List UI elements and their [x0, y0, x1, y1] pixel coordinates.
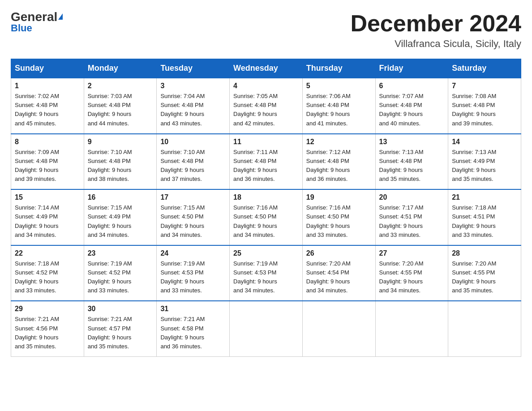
daylight-label: Daylight: 9 hours [452, 278, 496, 285]
day-info: Sunrise: 7:07 AM Sunset: 4:48 PM Dayligh… [379, 92, 445, 128]
sunrise-label: Sunrise: 7:12 AM [306, 149, 351, 155]
sunset-label: Sunset: 4:53 PM [160, 269, 203, 276]
daylight-minutes: and 35 minutes. [15, 343, 56, 350]
day-info: Sunrise: 7:05 AM Sunset: 4:48 PM Dayligh… [233, 92, 299, 128]
calendar-cell: 4 Sunrise: 7:05 AM Sunset: 4:48 PM Dayli… [230, 78, 303, 134]
daylight-label: Daylight: 9 hours [452, 223, 496, 229]
sunrise-label: Sunrise: 7:20 AM [452, 260, 496, 267]
daylight-label: Daylight: 9 hours [233, 278, 277, 285]
daylight-label: Daylight: 9 hours [379, 111, 423, 117]
daylight-minutes: and 34 minutes. [88, 231, 129, 238]
daylight-minutes: and 36 minutes. [306, 176, 348, 182]
day-number: 28 [452, 249, 517, 257]
calendar-cell [375, 301, 448, 356]
day-number: 6 [379, 82, 445, 90]
calendar-week-row: 15 Sunrise: 7:14 AM Sunset: 4:49 PM Dayl… [11, 189, 521, 245]
daylight-minutes: and 38 minutes. [88, 176, 129, 182]
day-number: 31 [160, 305, 226, 313]
daylight-label: Daylight: 9 hours [306, 111, 350, 117]
sunset-label: Sunset: 4:51 PM [452, 213, 495, 220]
day-info: Sunrise: 7:18 AM Sunset: 4:51 PM Dayligh… [452, 203, 517, 240]
logo-triangle-icon [58, 13, 63, 20]
col-header-friday: Friday [375, 59, 448, 78]
day-info: Sunrise: 7:20 AM Sunset: 4:55 PM Dayligh… [452, 259, 517, 295]
sunset-label: Sunset: 4:50 PM [160, 213, 203, 220]
calendar-week-row: 1 Sunrise: 7:02 AM Sunset: 4:48 PM Dayli… [11, 78, 521, 134]
day-info: Sunrise: 7:10 AM Sunset: 4:48 PM Dayligh… [160, 148, 226, 184]
calendar-table: SundayMondayTuesdayWednesdayThursdayFrid… [11, 59, 521, 357]
daylight-minutes: and 33 minutes. [379, 231, 421, 238]
sunrise-label: Sunrise: 7:20 AM [306, 260, 351, 267]
day-info: Sunrise: 7:11 AM Sunset: 4:48 PM Dayligh… [233, 148, 299, 184]
day-info: Sunrise: 7:04 AM Sunset: 4:48 PM Dayligh… [160, 92, 226, 128]
daylight-label: Daylight: 9 hours [379, 167, 423, 173]
day-number: 1 [15, 82, 80, 90]
daylight-label: Daylight: 9 hours [15, 167, 59, 173]
daylight-minutes: and 33 minutes. [452, 231, 493, 238]
sunset-label: Sunset: 4:48 PM [306, 102, 349, 108]
calendar-week-row: 22 Sunrise: 7:18 AM Sunset: 4:52 PM Dayl… [11, 245, 521, 301]
daylight-minutes: and 35 minutes. [379, 176, 421, 182]
daylight-minutes: and 35 minutes. [88, 343, 129, 350]
day-number: 18 [233, 193, 299, 201]
daylight-label: Daylight: 9 hours [88, 167, 132, 173]
calendar-cell: 31 Sunrise: 7:21 AM Sunset: 4:58 PM Dayl… [157, 301, 230, 356]
sunset-label: Sunset: 4:57 PM [88, 325, 131, 332]
sunrise-label: Sunrise: 7:18 AM [15, 260, 59, 267]
day-info: Sunrise: 7:16 AM Sunset: 4:50 PM Dayligh… [233, 203, 299, 240]
day-number: 23 [88, 249, 153, 257]
sunrise-label: Sunrise: 7:14 AM [15, 204, 59, 211]
daylight-label: Daylight: 9 hours [306, 278, 350, 285]
sunrise-label: Sunrise: 7:13 AM [452, 149, 496, 155]
sunset-label: Sunset: 4:56 PM [15, 325, 58, 332]
sunrise-label: Sunrise: 7:09 AM [15, 149, 59, 155]
sunset-label: Sunset: 4:58 PM [160, 325, 203, 332]
calendar-cell: 15 Sunrise: 7:14 AM Sunset: 4:49 PM Dayl… [11, 189, 84, 245]
daylight-label: Daylight: 9 hours [160, 223, 204, 229]
daylight-label: Daylight: 9 hours [15, 334, 59, 341]
calendar-cell: 10 Sunrise: 7:10 AM Sunset: 4:48 PM Dayl… [157, 134, 230, 190]
sunset-label: Sunset: 4:49 PM [88, 213, 131, 220]
calendar-cell: 8 Sunrise: 7:09 AM Sunset: 4:48 PM Dayli… [11, 134, 84, 190]
day-info: Sunrise: 7:15 AM Sunset: 4:50 PM Dayligh… [160, 203, 226, 240]
sunset-label: Sunset: 4:48 PM [306, 158, 349, 164]
sunrise-label: Sunrise: 7:02 AM [15, 93, 59, 99]
daylight-minutes: and 42 minutes. [233, 120, 275, 127]
title-block: December 2024 Villafranca Sicula, Sicily… [350, 11, 521, 50]
day-info: Sunrise: 7:03 AM Sunset: 4:48 PM Dayligh… [88, 92, 153, 128]
daylight-minutes: and 34 minutes. [233, 287, 275, 294]
day-number: 27 [379, 249, 445, 257]
sunrise-label: Sunrise: 7:10 AM [88, 149, 132, 155]
sunset-label: Sunset: 4:55 PM [379, 269, 422, 276]
sunrise-label: Sunrise: 7:15 AM [88, 204, 132, 211]
daylight-label: Daylight: 9 hours [160, 167, 204, 173]
day-info: Sunrise: 7:20 AM Sunset: 4:55 PM Dayligh… [379, 259, 445, 295]
calendar-cell: 20 Sunrise: 7:17 AM Sunset: 4:51 PM Dayl… [375, 189, 448, 245]
day-info: Sunrise: 7:10 AM Sunset: 4:48 PM Dayligh… [88, 148, 153, 184]
day-number: 9 [88, 138, 153, 146]
sunset-label: Sunset: 4:51 PM [379, 213, 422, 220]
calendar-cell: 12 Sunrise: 7:12 AM Sunset: 4:48 PM Dayl… [302, 134, 375, 190]
daylight-minutes: and 45 minutes. [15, 120, 56, 127]
day-number: 7 [452, 82, 517, 90]
daylight-label: Daylight: 9 hours [88, 334, 132, 341]
daylight-label: Daylight: 9 hours [88, 223, 132, 229]
calendar-week-row: 8 Sunrise: 7:09 AM Sunset: 4:48 PM Dayli… [11, 134, 521, 190]
daylight-minutes: and 36 minutes. [160, 343, 202, 350]
daylight-label: Daylight: 9 hours [379, 223, 423, 229]
sunset-label: Sunset: 4:48 PM [160, 158, 203, 164]
calendar-cell: 14 Sunrise: 7:13 AM Sunset: 4:49 PM Dayl… [448, 134, 521, 190]
logo: General Blue [11, 11, 63, 34]
day-number: 10 [160, 138, 226, 146]
day-number: 25 [233, 249, 299, 257]
daylight-label: Daylight: 9 hours [15, 223, 59, 229]
sunset-label: Sunset: 4:55 PM [452, 269, 495, 276]
daylight-minutes: and 33 minutes. [160, 287, 202, 294]
sunset-label: Sunset: 4:48 PM [233, 102, 276, 108]
day-number: 12 [306, 138, 372, 146]
month-title: December 2024 [350, 11, 521, 36]
day-number: 20 [379, 193, 445, 201]
daylight-minutes: and 35 minutes. [452, 176, 493, 182]
calendar-cell: 2 Sunrise: 7:03 AM Sunset: 4:48 PM Dayli… [84, 78, 157, 134]
sunrise-label: Sunrise: 7:21 AM [160, 316, 205, 322]
